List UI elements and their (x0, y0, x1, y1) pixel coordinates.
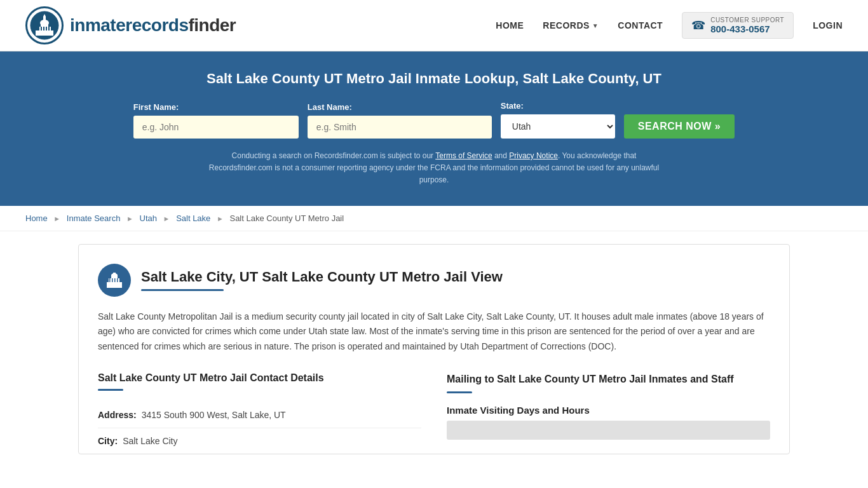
logo-icon (25, 6, 64, 44)
svg-rect-19 (114, 278, 116, 282)
support-number: 800-433-0567 (710, 24, 770, 34)
customer-support-box: ☎ CUSTOMER SUPPORT 800-433-0567 (682, 12, 794, 39)
city-label: City: (98, 436, 118, 446)
facility-header: Salt Lake City, UT Salt Lake County UT M… (98, 264, 770, 297)
svg-rect-16 (113, 273, 116, 276)
visiting-hours-heading: Inmate Visiting Days and Hours (447, 405, 770, 416)
mailing-underline (447, 391, 472, 393)
breadcrumb-inmate-search[interactable]: Inmate Search (67, 214, 121, 223)
support-label: CUSTOMER SUPPORT (710, 17, 784, 24)
logo-regular: inmaterecords (70, 15, 188, 35)
support-text-area: CUSTOMER SUPPORT 800-433-0567 (710, 17, 784, 34)
address-row: Address: 3415 South 900 West, Salt Lake,… (98, 402, 421, 428)
city-value: Salt Lake City (123, 436, 177, 446)
facility-title-underline (141, 289, 224, 291)
main-content: Salt Lake City, UT Salt Lake County UT M… (53, 244, 815, 454)
last-name-label: Last Name: (308, 102, 352, 112)
hero-title: Salt Lake County UT Metro Jail Inmate Lo… (25, 71, 843, 87)
city-row: City: Salt Lake City (98, 428, 421, 454)
state-group: State: Utah (501, 101, 615, 139)
hero-disclaimer: Conducting a search on Recordsfinder.com… (205, 150, 663, 187)
search-now-button[interactable]: SEARCH NOW » (624, 114, 735, 139)
svg-rect-20 (117, 278, 118, 282)
logo-bold: finder (188, 15, 236, 35)
logo-area: inmaterecordsfinder (25, 6, 236, 44)
state-select[interactable]: Utah (501, 114, 615, 139)
search-form: First Name: Last Name: State: Utah SEARC… (25, 101, 843, 139)
logo-text: inmaterecordsfinder (70, 15, 236, 36)
svg-rect-9 (43, 27, 44, 30)
svg-rect-12 (107, 282, 122, 288)
visiting-hours-placeholder (447, 421, 770, 440)
hero-section: Salt Lake County UT Metro Jail Inmate Lo… (0, 51, 868, 206)
content-card: Salt Lake City, UT Salt Lake County UT M… (78, 244, 790, 454)
nav-home[interactable]: HOME (496, 20, 524, 30)
facility-icon (98, 264, 131, 297)
breadcrumb-sep-1: ► (53, 215, 60, 222)
svg-rect-11 (48, 27, 50, 30)
breadcrumb-current: Salt Lake County UT Metro Jail (229, 214, 344, 223)
privacy-link[interactable]: Privacy Notice (509, 151, 558, 160)
breadcrumb-sep-2: ► (126, 215, 133, 222)
first-name-group: First Name: (133, 102, 299, 139)
breadcrumb-home[interactable]: Home (25, 214, 48, 223)
facility-title-area: Salt Lake City, UT Salt Lake County UT M… (141, 269, 503, 291)
svg-rect-7 (38, 27, 39, 30)
svg-rect-17 (109, 278, 111, 282)
svg-rect-10 (46, 27, 47, 30)
contact-underline (98, 389, 123, 391)
site-header: inmaterecordsfinder HOME RECORDS ▼ CONTA… (0, 0, 868, 51)
main-nav: HOME RECORDS ▼ CONTACT ☎ CUSTOMER SUPPOR… (496, 12, 843, 39)
contact-details-heading: Salt Lake County UT Metro Jail Contact D… (98, 372, 421, 384)
svg-rect-21 (119, 278, 121, 282)
nav-contact[interactable]: CONTACT (618, 20, 663, 30)
breadcrumb-salt-lake[interactable]: Salt Lake (176, 214, 210, 223)
nav-login[interactable]: LOGIN (813, 20, 843, 30)
nav-records[interactable]: RECORDS ▼ (543, 20, 599, 30)
two-col-section: Salt Lake County UT Metro Jail Contact D… (98, 372, 770, 454)
breadcrumb-utah[interactable]: Utah (140, 214, 157, 223)
state-label: State: (501, 101, 524, 111)
svg-rect-18 (112, 278, 113, 282)
col-left: Salt Lake County UT Metro Jail Contact D… (98, 372, 421, 454)
first-name-label: First Name: (133, 102, 179, 112)
nav-records-label: RECORDS (543, 20, 590, 30)
terms-link[interactable]: Terms of Service (435, 151, 492, 160)
breadcrumb-sep-4: ► (217, 215, 224, 222)
svg-rect-5 (43, 17, 46, 23)
address-value: 3415 South 900 West, Salt Lake, UT (142, 410, 286, 420)
svg-rect-1 (36, 30, 53, 36)
facility-description: Salt Lake County Metropolitan Jail is a … (98, 309, 770, 355)
chevron-down-icon: ▼ (592, 22, 599, 29)
last-name-input[interactable] (308, 116, 492, 139)
breadcrumb-sep-3: ► (163, 215, 170, 222)
headset-icon: ☎ (691, 18, 705, 32)
facility-title: Salt Lake City, UT Salt Lake County UT M… (141, 269, 503, 285)
last-name-group: Last Name: (308, 102, 492, 139)
first-name-input[interactable] (133, 116, 299, 139)
breadcrumb: Home ► Inmate Search ► Utah ► Salt Lake … (0, 206, 868, 231)
col-right: Mailing to Salt Lake County UT Metro Jai… (447, 372, 770, 454)
address-label: Address: (98, 410, 137, 420)
svg-rect-8 (41, 27, 42, 30)
mailing-heading: Mailing to Salt Lake County UT Metro Jai… (447, 372, 770, 386)
